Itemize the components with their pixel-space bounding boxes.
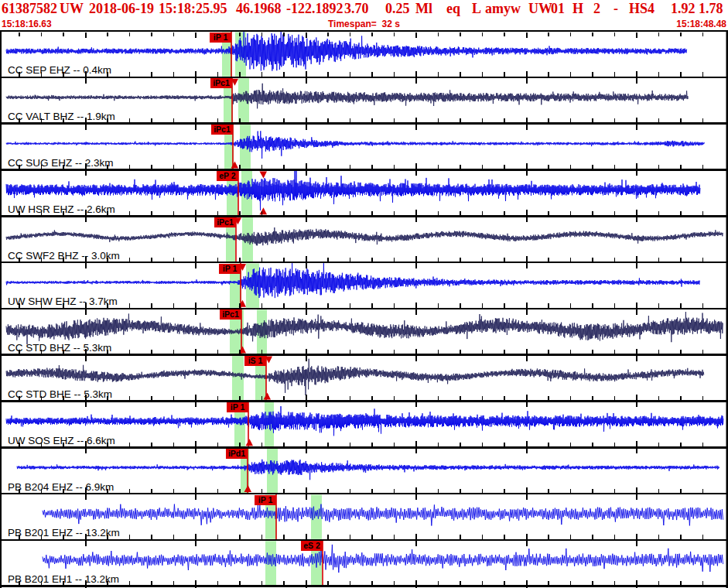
- pick-flag[interactable]: iPc1: [211, 125, 233, 135]
- time-axis: [0, 262, 728, 264]
- pick-flag[interactable]: iPc1: [220, 309, 241, 320]
- station-label: CC SEP EHZ -- 0.4km: [8, 64, 111, 76]
- pick-uncertainty-band: [265, 541, 276, 585]
- station-label: CC STD BHZ -- 5.3km: [8, 342, 111, 354]
- station-label: UW SOS EHZ -- 6.6km: [8, 435, 115, 446]
- time-axis: [0, 585, 728, 587]
- time-axis: [0, 539, 728, 542]
- time-axis: [0, 169, 728, 171]
- station-label: PB B201 EH1 -- 13.2km: [8, 573, 119, 585]
- trace-area[interactable]: CC SEP EHZ -- 0.4kmiP 1CC VALT BHZ -- 1.…: [0, 0, 728, 588]
- waveform-trace[interactable]: [6, 131, 704, 159]
- pick-marker-triangle: [260, 171, 268, 178]
- pick-flag[interactable]: iS 1: [244, 356, 266, 366]
- seismogram-review-window: 61387582 UW 2018-06-19 15:18:25.95 46.19…: [0, 0, 728, 588]
- pick-flag[interactable]: eP 2: [217, 171, 238, 181]
- waveform-trace[interactable]: [43, 504, 723, 526]
- pick-flag[interactable]: iPc1: [210, 78, 232, 88]
- station-label: CC STD BHE -- 5.3km: [8, 388, 112, 400]
- time-axis: [0, 354, 728, 356]
- time-axis: [0, 400, 728, 402]
- waveform-trace[interactable]: [17, 460, 719, 480]
- station-label: CC SWF2 BHZ -- 3.0km: [8, 250, 120, 262]
- pick-flag[interactable]: iP 1: [227, 402, 248, 412]
- waveform-trace[interactable]: [43, 545, 723, 573]
- time-axis: [0, 493, 728, 495]
- waveform-trace[interactable]: [6, 312, 723, 344]
- time-axis: [0, 122, 728, 125]
- pick-flag[interactable]: iPd1: [226, 449, 248, 459]
- station-label: CC VALT BHZ -- 1.9km: [8, 111, 115, 122]
- time-axis: [0, 30, 728, 32]
- station-label: CC SUG EHZ -- 2.3km: [8, 157, 114, 169]
- station-label: PB B201 EHZ -- 13.2km: [8, 527, 120, 538]
- pick-flag[interactable]: iP 1: [219, 264, 241, 274]
- waveform-trace[interactable]: [6, 406, 723, 436]
- waveform-trace[interactable]: [6, 263, 699, 298]
- time-axis: [0, 308, 728, 310]
- waveform-trace[interactable]: [6, 227, 723, 245]
- time-axis: [0, 77, 728, 79]
- time-axis: [0, 215, 728, 217]
- station-label: PB B204 EHZ -- 6.9km: [8, 481, 114, 493]
- time-axis: [0, 446, 728, 449]
- pick-marker-triangle: [246, 439, 254, 446]
- left-border: [0, 31, 2, 588]
- pick-flag[interactable]: iP 1: [210, 32, 231, 43]
- waveform-canvas[interactable]: [0, 0, 728, 588]
- station-label: UW SHW EHZ -- 3.7km: [8, 296, 118, 307]
- pick-flag[interactable]: eS 2: [301, 541, 323, 551]
- waveform-trace[interactable]: [6, 84, 688, 109]
- station-label: UW HSR EHZ -- 2.6km: [8, 203, 115, 215]
- pick-flag[interactable]: iPc1: [214, 217, 236, 227]
- pick-flag[interactable]: iP 1: [255, 495, 276, 505]
